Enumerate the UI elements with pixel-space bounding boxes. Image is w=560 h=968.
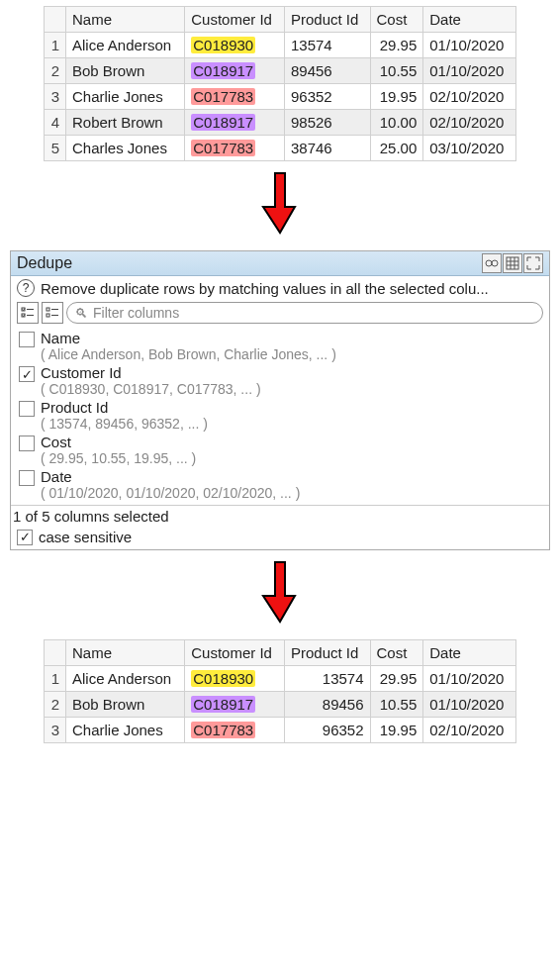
cell-customer-id: C018917 [185,110,285,136]
column-checkbox[interactable] [19,470,35,486]
panel-header: Dedupe [11,251,549,276]
cell-product-id: 89456 [284,58,370,84]
column-hint: ( 01/10/2020, 01/10/2020, 02/10/2020, ..… [41,485,543,501]
row-number: 2 [45,58,66,84]
cell-cost: 10.00 [370,110,423,136]
cell-name: Alice Anderson [66,33,185,58]
column-checkbox[interactable] [19,436,35,451]
column-name: Date [41,468,543,485]
column-hint: ( C018930, C018917, C017783, ... ) [41,381,543,397]
panel-title: Dedupe [17,254,481,272]
table-header-row: Name Customer Id Product Id Cost Date [45,640,516,666]
column-list: Name( Alice Anderson, Bob Brown, Charlie… [11,328,549,505]
cell-date: 03/10/2020 [423,136,516,161]
cell-cost: 10.55 [370,692,423,718]
column-name: Customer Id [41,364,543,381]
header-blank [45,7,66,33]
cell-date: 01/10/2020 [423,692,516,718]
column-name: Name [41,330,543,346]
table-row: 1Alice AndersonC0189301357429.9501/10/20… [45,666,516,692]
cell-product-id: 38746 [284,136,370,161]
cell-date: 02/10/2020 [423,718,516,743]
cell-customer-id: C018917 [185,58,285,84]
header-blank [45,640,66,666]
cell-product-id: 13574 [284,666,370,692]
column-item: Date( 01/10/2020, 01/10/2020, 02/10/2020… [15,466,545,501]
row-number: 3 [45,718,66,743]
cell-name: Charlie Jones [66,84,185,110]
table-row: 4Robert BrownC0189179852610.0002/10/2020 [45,110,516,136]
table-row: 2Bob BrownC0189178945610.5501/10/2020 [45,58,516,84]
tools-row: 🔍︎ Filter columns [11,300,549,328]
header-customer-id: Customer Id [185,640,285,666]
cell-customer-id: C018917 [185,692,285,718]
filter-placeholder: Filter columns [93,305,179,321]
cell-date: 01/10/2020 [423,33,516,58]
cell-cost: 29.95 [370,666,423,692]
header-product-id: Product Id [284,640,370,666]
row-number: 4 [45,110,66,136]
column-name: Product Id [41,399,543,416]
column-name: Cost [41,434,543,450]
help-icon[interactable]: ? [17,279,35,297]
cell-date: 02/10/2020 [423,84,516,110]
row-number: 3 [45,84,66,110]
row-number: 1 [45,666,66,692]
table-row: 3Charlie JonesC0177839635219.9502/10/202… [45,718,516,743]
svg-rect-11 [47,308,49,311]
column-checkbox[interactable] [19,401,35,417]
header-cost: Cost [370,7,423,33]
svg-point-1 [492,260,498,266]
column-hint: ( 29.95, 10.55, 19.95, ... ) [41,450,543,466]
case-sensitive-checkbox[interactable]: ✓ [17,530,33,545]
row-number: 2 [45,692,66,718]
cell-product-id: 96352 [284,718,370,743]
select-none-button[interactable] [42,302,63,324]
cell-customer-id: C017783 [185,718,285,743]
svg-point-0 [486,260,492,266]
header-cost: Cost [370,640,423,666]
filter-columns-input[interactable]: 🔍︎ Filter columns [66,302,543,324]
cell-cost: 10.55 [370,58,423,84]
column-checkbox[interactable] [19,332,35,347]
table-row: 1Alice AndersonC0189301357429.9501/10/20… [45,33,516,58]
expand-button[interactable] [523,253,543,273]
selection-status: 1 of 5 columns selected [11,505,549,527]
table-row: 3Charlie JonesC0177839635219.9502/10/202… [45,84,516,110]
description-text: Remove duplicate rows by matching values… [41,280,489,297]
row-number: 5 [45,136,66,161]
cell-cost: 25.00 [370,136,423,161]
column-hint: ( Alice Anderson, Bob Brown, Charlie Jon… [41,346,543,362]
header-product-id: Product Id [284,7,370,33]
cell-product-id: 13574 [284,33,370,58]
cell-customer-id: C017783 [185,84,285,110]
cell-date: 01/10/2020 [423,58,516,84]
cell-name: Robert Brown [66,110,185,136]
column-checkbox[interactable]: ✓ [19,366,35,382]
table-header-row: Name Customer Id Product Id Cost Date [45,7,516,33]
select-all-button[interactable] [17,302,39,324]
cell-cost: 19.95 [370,718,423,743]
cell-customer-id: C018930 [185,33,285,58]
settings-button[interactable] [482,253,502,273]
row-number: 1 [45,33,66,58]
header-customer-id: Customer Id [185,7,285,33]
cell-product-id: 98526 [284,110,370,136]
grid-button[interactable] [503,253,522,273]
output-table: Name Customer Id Product Id Cost Date 1A… [44,639,516,743]
cell-name: Bob Brown [66,58,185,84]
column-item: ✓Customer Id( C018930, C018917, C017783,… [15,362,545,397]
cell-date: 02/10/2020 [423,110,516,136]
cell-name: Charles Jones [66,136,185,161]
column-item: Product Id( 13574, 89456, 96352, ... ) [15,397,545,432]
cell-customer-id: C017783 [185,136,285,161]
table-row: 2Bob BrownC0189178945610.5501/10/2020 [45,692,516,718]
cell-name: Alice Anderson [66,666,185,692]
svg-rect-2 [507,257,518,269]
cell-name: Bob Brown [66,692,185,718]
case-sensitive-label: case sensitive [39,529,132,545]
flow-arrow [0,171,560,237]
header-name: Name [66,640,185,666]
cell-cost: 19.95 [370,84,423,110]
search-icon: 🔍︎ [75,306,88,321]
